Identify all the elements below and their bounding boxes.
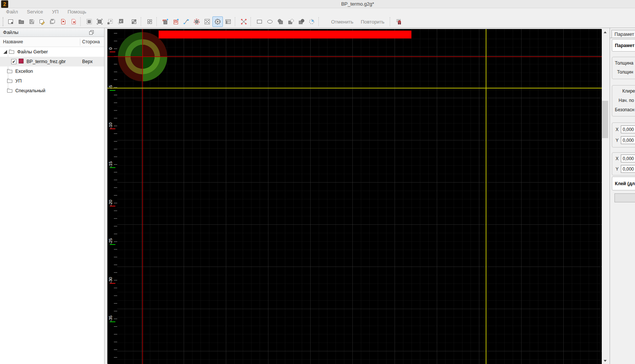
- tile-windows-button[interactable]: [144, 16, 155, 27]
- pattern-dots-icon: [204, 18, 211, 25]
- tree-item-gerber-folder[interactable]: Файлы Gerber: [0, 47, 104, 57]
- y1-input[interactable]: [621, 136, 635, 144]
- thickness-label-2: Толщин: [617, 69, 633, 75]
- transform-icon: [240, 18, 247, 25]
- toolbar-separator: [141, 17, 143, 26]
- x2-input[interactable]: [621, 155, 635, 162]
- save-all-button[interactable]: [47, 16, 58, 27]
- clearance-label: Клире: [622, 88, 635, 94]
- run-gear-icon: [214, 18, 221, 25]
- save-button[interactable]: [27, 16, 37, 27]
- scrollbar-thumb[interactable]: [602, 101, 608, 138]
- zoom-fit-icon: [86, 18, 93, 25]
- drill-tool-icon: [193, 18, 200, 25]
- tile-outline-icon: [146, 18, 153, 25]
- menu-file[interactable]: Файл: [1, 8, 22, 16]
- boolean-intersect-button[interactable]: [296, 16, 306, 27]
- x1-input[interactable]: [621, 125, 635, 133]
- run-simulation-button[interactable]: [212, 16, 223, 27]
- snap-to-grid-button[interactable]: [393, 16, 404, 27]
- scroll-up-arrow[interactable]: [602, 29, 608, 35]
- menu-service[interactable]: Service: [22, 8, 47, 16]
- folder-icon: [7, 68, 13, 75]
- grid-major: [117, 29, 602, 364]
- pcb-canvas[interactable]: 0 -5 -10 -15 -20 -25 -30 -35: [108, 29, 602, 364]
- x-label: X: [616, 156, 619, 161]
- free-transform-button[interactable]: [239, 16, 249, 27]
- crosshair-horizontal-line: [108, 56, 602, 57]
- file-visibility-checkbox[interactable]: ✔: [11, 59, 16, 64]
- file-side-value: Верх: [82, 59, 93, 64]
- zoom-selection-button[interactable]: [94, 16, 105, 27]
- app-icon: 2: [1, 0, 8, 8]
- scroll-down-arrow[interactable]: [602, 358, 608, 364]
- path-tool-icon: [183, 18, 190, 25]
- y2-input[interactable]: [621, 165, 635, 173]
- boolean-subtract-button[interactable]: [286, 16, 296, 27]
- layer-color-swatch[interactable]: [19, 59, 24, 65]
- region-select-button[interactable]: [306, 16, 317, 27]
- zoom-out-button[interactable]: [115, 16, 126, 27]
- glue-header[interactable]: Клей (дл: [612, 177, 635, 190]
- expand-triangle-icon[interactable]: [3, 50, 7, 54]
- tile-panels-button[interactable]: [129, 16, 139, 27]
- clearance-group: Клире Нач. по Безопасн: [612, 85, 635, 116]
- x-label: X: [616, 127, 619, 132]
- folder-icon: [7, 78, 13, 84]
- import-file-button[interactable]: [58, 16, 68, 27]
- draw-rectangle-button[interactable]: [254, 16, 265, 27]
- canvas-drawing: [108, 29, 602, 364]
- ellipse-icon: [267, 18, 273, 25]
- y-label: Y: [616, 138, 619, 143]
- lasso-select-icon: [308, 18, 315, 25]
- parameters-header[interactable]: Парамет: [612, 39, 635, 52]
- boolean-union-button[interactable]: [275, 16, 286, 27]
- red-import-icon: [60, 18, 66, 25]
- draw-ellipse-button[interactable]: [265, 16, 275, 27]
- toolbar-separator: [235, 17, 237, 26]
- panel-action-button[interactable]: [614, 193, 635, 202]
- parameters-panel: Парамет Парамет Толщина Толщин Клире Нач…: [610, 28, 635, 364]
- form-settings-icon: [225, 18, 231, 25]
- float-panel-icon[interactable]: [88, 29, 94, 35]
- zoom-fit-button[interactable]: [84, 16, 94, 27]
- magnet-grid-icon: [395, 18, 402, 25]
- new-file-button[interactable]: [6, 16, 16, 27]
- files-panel: Файлы Название Сторона Файлы Gerber ✔ BP…: [0, 28, 105, 364]
- union-icon: [277, 18, 284, 25]
- gerber-layer-bar[interactable]: [159, 31, 411, 38]
- thickness-label-1: Толщина: [615, 60, 634, 66]
- y-label: Y: [616, 167, 619, 172]
- settings-form-button[interactable]: [223, 16, 233, 27]
- menu-help[interactable]: Помощь: [63, 8, 91, 16]
- close-file-button[interactable]: [68, 16, 79, 27]
- tree-item-gerber-file[interactable]: ✔ BP_termo_frez.gbr Верх: [0, 57, 104, 66]
- menu-up[interactable]: УП: [47, 8, 63, 16]
- tab-parameters[interactable]: Парамет: [611, 30, 635, 38]
- tree-item-excellon-folder[interactable]: Excellon: [0, 66, 104, 76]
- tile-filled-icon: [131, 18, 137, 25]
- canvas-vertical-scrollbar[interactable]: [602, 29, 608, 364]
- thickness-group: Толщина Толщин: [612, 57, 635, 79]
- folder-icon: [7, 88, 13, 94]
- open-file-button[interactable]: [16, 16, 27, 27]
- spiral-fill-tool-button[interactable]: [171, 16, 181, 27]
- tree-item-up-folder[interactable]: УП: [0, 76, 104, 86]
- ruler-minor-ticks: [114, 29, 117, 364]
- toolbar: Отменить Повторить: [0, 16, 635, 28]
- start-position-label: Нач. по: [619, 98, 634, 103]
- contour-tool-button[interactable]: [160, 16, 171, 27]
- save-as-button[interactable]: [37, 16, 47, 27]
- window-title: BP_termo.g2g*: [341, 1, 374, 7]
- zoom-in-button[interactable]: [105, 16, 115, 27]
- path-tool-button[interactable]: [181, 16, 192, 27]
- pattern-tool-button[interactable]: [202, 16, 212, 27]
- zoom-selection-icon: [96, 18, 103, 25]
- tree-item-special-folder[interactable]: Специальный: [0, 86, 104, 96]
- undo-button[interactable]: Отменить: [327, 17, 357, 27]
- drill-tool-button[interactable]: [192, 16, 202, 27]
- toolbar-separator: [156, 17, 159, 26]
- redo-button[interactable]: Повторить: [357, 17, 388, 27]
- toolbar-separator: [318, 17, 321, 26]
- offset-group-1: X Y: [612, 122, 635, 147]
